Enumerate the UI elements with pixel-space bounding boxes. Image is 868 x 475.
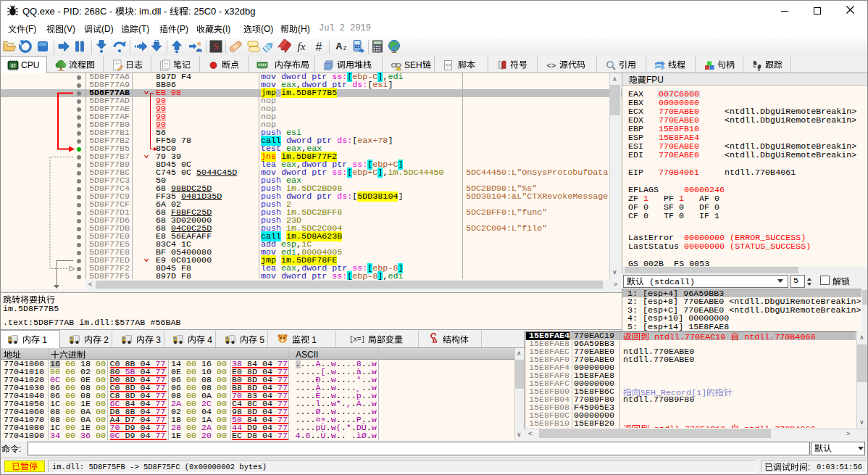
svg-text:A: A: [335, 41, 343, 51]
svg-text:[x=]: [x=]: [349, 336, 365, 344]
svg-text:z: z: [343, 44, 347, 51]
svg-text:<>: <>: [547, 61, 556, 70]
svg-text:32: 32: [10, 63, 16, 68]
svg-text:S: S: [213, 41, 219, 52]
svg-text:fx: fx: [298, 41, 306, 52]
svg-text:<>: <>: [445, 62, 451, 67]
svg-text:#: #: [316, 41, 322, 53]
